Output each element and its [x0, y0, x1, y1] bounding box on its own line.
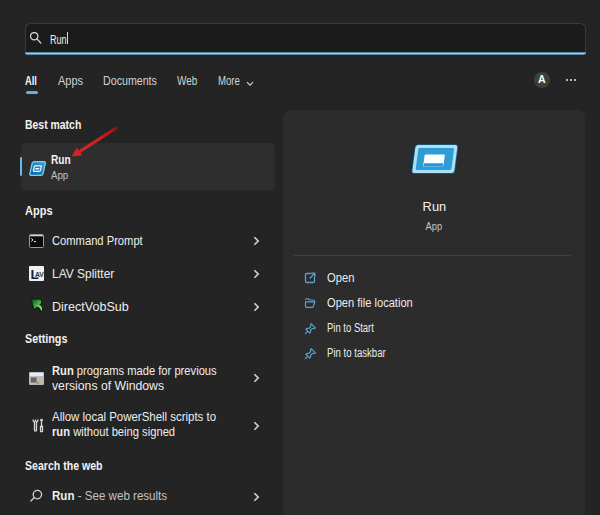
svg-text:AV: AV: [35, 270, 44, 279]
